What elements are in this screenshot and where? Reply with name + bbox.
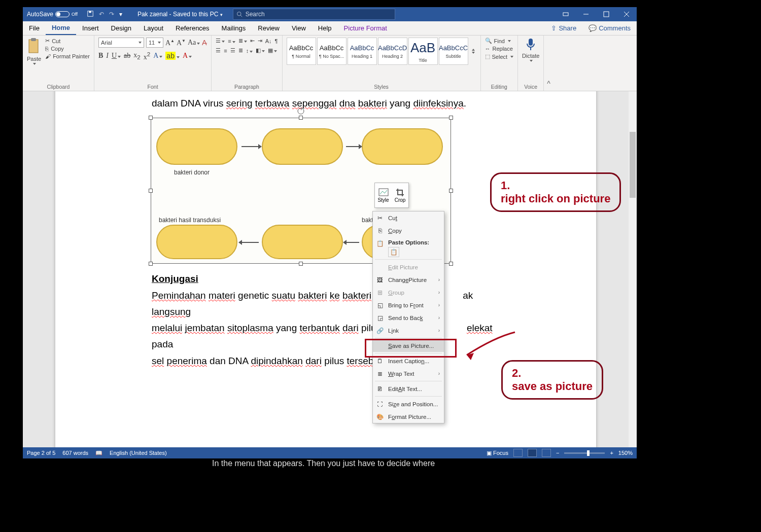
borders-button[interactable]: ▦ [268,47,277,54]
resize-handle[interactable] [299,116,303,120]
highlight-button[interactable]: ab [165,52,180,60]
justify-button[interactable]: ≣ [238,47,243,54]
resize-handle[interactable] [449,262,453,266]
comments-button[interactable]: 💬Comments [582,21,637,35]
text-effects-button[interactable]: A [153,52,162,60]
underline-button[interactable]: U [112,52,121,60]
crop-button[interactable]: Crop [392,183,408,207]
grow-font-button[interactable]: A▲ [165,39,175,47]
maximize-button[interactable] [596,7,616,21]
close-button[interactable] [616,7,637,21]
superscript-button[interactable]: x2 [144,51,150,61]
tab-home[interactable]: Home [46,21,76,35]
page-indicator[interactable]: Page 2 of 5 [27,450,55,456]
align-center-button[interactable]: ≡ [224,48,227,54]
resize-handle[interactable] [149,262,153,266]
align-left-button[interactable]: ☰ [216,47,221,54]
resize-handle[interactable] [149,116,153,120]
word-count[interactable]: 607 words [62,450,88,456]
vertical-scrollbar[interactable] [629,91,637,447]
change-case-button[interactable]: Aa [188,39,200,47]
strike-button[interactable]: ab [124,52,130,60]
paste-option-keep[interactable]: 📋 [388,247,399,257]
undo-icon[interactable]: ↶ [99,11,104,18]
select-button[interactable]: ⬚Select [485,53,514,60]
ctx-cut[interactable]: ✂Cut [373,211,444,224]
print-layout-button[interactable] [528,449,537,457]
cut-button[interactable]: ✂Cut [45,38,90,44]
dictate-button[interactable]: Dictate [522,38,539,62]
minimize-button[interactable] [576,7,596,21]
ribbon-display-icon[interactable] [556,7,576,21]
line-spacing-button[interactable]: ↕ [246,48,253,54]
subscript-button[interactable]: x2 [133,51,140,60]
copy-button[interactable]: ⎘Copy [45,46,90,52]
ctx-edit-alt-text[interactable]: 🖹Edit Alt Text... [373,382,444,395]
align-right-button[interactable]: ☰ [230,47,235,54]
font-name-combo[interactable]: Arial [98,38,144,48]
sort-button[interactable]: A↓ [265,38,272,44]
font-color-button[interactable]: A [183,52,192,60]
increase-indent-button[interactable]: ⇥ [258,38,262,44]
tab-help[interactable]: Help [312,21,338,35]
resize-handle[interactable] [149,189,153,193]
tab-view[interactable]: View [286,21,312,35]
tab-insert[interactable]: Insert [76,21,105,35]
tab-design[interactable]: Design [105,21,137,35]
shading-button[interactable]: ◧ [256,47,265,54]
web-layout-button[interactable] [542,449,551,457]
resize-handle[interactable] [449,189,453,193]
qat-dropdown-icon[interactable]: ▾ [119,11,122,18]
ctx-link[interactable]: 🔗Link› [373,324,444,337]
zoom-level[interactable]: 150% [618,450,633,456]
ctx-copy[interactable]: ⎘Copy [373,224,444,237]
multilevel-button[interactable]: ≣ [238,38,247,44]
style-heading2[interactable]: AaBbCcDHeading 2 [378,38,407,65]
rotate-handle-icon[interactable] [297,107,305,115]
resize-handle[interactable] [449,116,453,120]
share-button[interactable]: ⇧Share [545,21,582,35]
decrease-indent-button[interactable]: ⇤ [250,38,255,44]
zoom-out-button[interactable]: − [556,450,559,456]
tab-layout[interactable]: Layout [137,21,169,35]
style-normal[interactable]: AaBbCc¶ Normal [287,38,316,65]
format-painter-button[interactable]: 🖌Format Painter [45,53,90,59]
search-input[interactable]: Search [233,9,395,20]
resize-handle[interactable] [299,262,303,266]
tab-references[interactable]: References [169,21,215,35]
zoom-slider[interactable] [564,452,605,454]
show-marks-button[interactable]: ¶ [275,38,278,44]
tab-mailings[interactable]: Mailings [216,21,252,35]
ctx-wrap-text[interactable]: ≣Wrap Text› [373,367,444,380]
ctx-send-back[interactable]: ◲Send to Back› [373,311,444,324]
redo-icon[interactable]: ↷ [109,11,114,18]
ctx-size-position[interactable]: ⛶Size and Position... [373,398,444,410]
picture-style-button[interactable]: Style [375,183,392,207]
clear-format-button[interactable]: A̶ [202,39,207,47]
styles-more-button[interactable] [469,38,476,65]
ctx-change-picture[interactable]: 🖼Change Picture› [373,273,444,286]
autosave-toggle[interactable]: AutoSave Off [23,11,82,18]
style-nospacing[interactable]: AaBbCc¶ No Spac... [317,38,347,65]
bullets-button[interactable]: ☰ [216,38,225,44]
focus-mode-button[interactable]: ▣ Focus [487,450,508,456]
tab-review[interactable]: Review [252,21,286,35]
paste-button[interactable]: Paste [27,38,41,83]
save-icon[interactable] [87,10,94,19]
italic-button[interactable]: I [106,52,109,60]
language-indicator[interactable]: English (United States) [110,450,167,456]
replace-button[interactable]: ↔Replace [485,46,514,52]
style-title[interactable]: AaBTitle [408,38,438,65]
ctx-bring-front[interactable]: ◱Bring to Front› [373,299,444,311]
zoom-in-button[interactable]: + [610,450,613,456]
bold-button[interactable]: B [98,52,103,60]
style-subtitle[interactable]: AaBbCcCSubtitle [439,38,468,65]
tab-picture-format[interactable]: Picture Format [338,21,393,35]
ctx-format-picture[interactable]: 🎨Format Picture... [373,410,444,423]
tab-file[interactable]: File [23,21,46,35]
read-mode-button[interactable] [513,449,523,457]
find-button[interactable]: 🔍Find [485,38,514,44]
shrink-font-button[interactable]: A▼ [177,39,186,47]
numbering-button[interactable]: ≡ [228,38,235,44]
spell-check-icon[interactable]: 📖 [95,450,102,456]
